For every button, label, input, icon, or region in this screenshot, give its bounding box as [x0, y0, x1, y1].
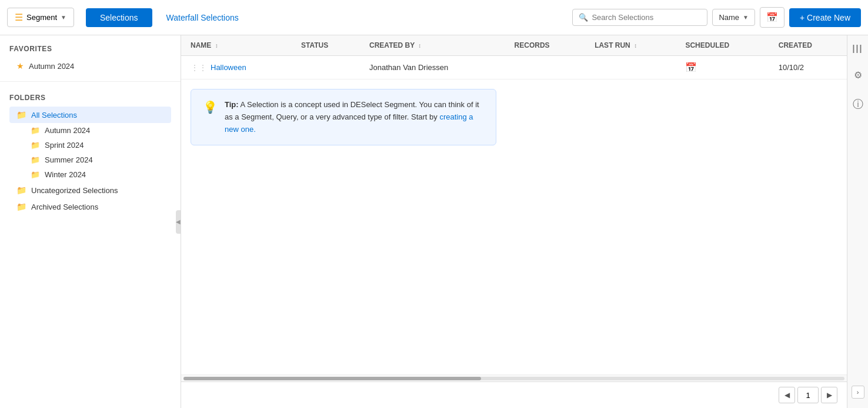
filter-chevron-icon: ▼	[743, 14, 749, 21]
sidebar-item-all-selections[interactable]: 📁 All Selections	[9, 107, 171, 123]
folder-icon-sprint: 📁	[31, 141, 40, 150]
subfolder-winter-label: Winter 2024	[45, 170, 86, 179]
create-new-label: + Create New	[800, 13, 850, 22]
sidebar-item-autumn2024[interactable]: 📁 Autumn 2024	[14, 123, 171, 138]
sort-name-icon: ↕	[215, 42, 218, 49]
folder-icon-winter: 📁	[31, 170, 40, 179]
sidebar-item-summer2024[interactable]: 📁 Summer 2024	[14, 152, 171, 167]
sidebar: Favorites ★ Autumn 2024 Folders 📁 All Se…	[0, 35, 181, 408]
filter-dropdown[interactable]: Name ▼	[712, 9, 755, 26]
col-status-label: STATUS	[301, 41, 328, 49]
archived-label: Archived Selections	[31, 203, 98, 211]
sort-last-run-icon: ↕	[634, 42, 637, 49]
col-name[interactable]: NAME ↕	[181, 35, 292, 56]
selection-link-halloween[interactable]: Halloween	[211, 63, 246, 72]
sidebar-item-winter2024[interactable]: 📁 Winter 2024	[14, 167, 171, 182]
subfolder-sprint-label: Sprint 2024	[45, 141, 84, 150]
table-container: NAME ↕ STATUS CREATED BY ↕ RECORDS	[181, 35, 847, 374]
sidebar-item-archived[interactable]: 📁 Archived Selections	[9, 198, 171, 215]
favorites-title: Favorites	[9, 45, 171, 53]
gear-icon[interactable]: ⚙	[850, 66, 866, 84]
col-records-label: RECORDS	[515, 41, 550, 49]
cell-scheduled: 📅	[676, 56, 769, 79]
sidebar-favorite-label: Autumn 2024	[29, 62, 74, 71]
collapse-icon: ›	[857, 389, 859, 396]
tab-selections[interactable]: Selections	[86, 8, 152, 27]
col-created: CREATED	[769, 35, 847, 56]
pagination-bar: ◀ ▶	[181, 382, 847, 408]
create-new-button[interactable]: + Create New	[789, 8, 861, 27]
horizontal-scrollbar[interactable]	[181, 374, 847, 382]
search-icon: 🔍	[579, 13, 588, 22]
chevron-down-icon: ▼	[61, 14, 66, 21]
cell-created-date: 10/10/2	[769, 56, 847, 79]
star-icon: ★	[16, 61, 24, 71]
right-panel: ||| ⚙ ⓘ ›	[847, 35, 868, 408]
created-by-value: Jonathan Van Driessen	[369, 63, 448, 72]
calendar-icon: 📅	[766, 12, 778, 22]
all-selections-label: All Selections	[31, 111, 77, 120]
right-panel-collapse-button[interactable]: ›	[852, 386, 864, 399]
folder-icon-summer: 📁	[31, 155, 40, 164]
nav-tabs: Selections Waterfall Selections	[86, 8, 253, 27]
subfolder-autumn-label: Autumn 2024	[45, 126, 90, 135]
tip-bold-label: Tip:	[225, 100, 239, 109]
sort-created-by-icon: ↕	[418, 42, 421, 49]
table-header: NAME ↕ STATUS CREATED BY ↕ RECORDS	[181, 35, 847, 56]
sidebar-item-uncategorized[interactable]: 📁 Uncategorized Selections	[9, 182, 171, 198]
cell-last-run	[585, 56, 676, 79]
created-date-value: 10/10/2	[779, 63, 804, 72]
columns-icon[interactable]: |||	[849, 40, 867, 57]
folders-title: Folders	[9, 94, 171, 102]
info-icon[interactable]: ⓘ	[849, 94, 867, 115]
tip-box: 💡 Tip: A Selection is a concept used in …	[191, 89, 496, 145]
col-scheduled-label: SCHEDULED	[685, 41, 729, 49]
cell-created-by: Jonathan Van Driessen	[360, 56, 505, 79]
folder-icon-archived: 📁	[16, 202, 26, 211]
cell-records	[505, 56, 586, 79]
sidebar-item-sprint2024[interactable]: 📁 Sprint 2024	[14, 138, 171, 152]
col-records: RECORDS	[505, 35, 586, 56]
search-container: 🔍 Name ▼ 📅 + Create New	[572, 7, 861, 28]
drag-handle-icon[interactable]: ⋮⋮	[191, 63, 207, 72]
page-number-input[interactable]	[797, 387, 819, 403]
segment-dropdown[interactable]: ☰ Segment ▼	[7, 8, 74, 27]
uncategorized-label: Uncategorized Selections	[31, 186, 118, 195]
search-input[interactable]	[592, 13, 701, 22]
cell-status	[292, 56, 360, 79]
subfolder-summer-label: Summer 2024	[45, 155, 93, 164]
col-status: STATUS	[292, 35, 360, 56]
favorites-section: Favorites ★ Autumn 2024	[0, 35, 181, 79]
segment-label: Segment	[26, 13, 57, 22]
next-page-button[interactable]: ▶	[821, 387, 837, 403]
tip-text: Tip: A Selection is a concept used in DE…	[225, 99, 484, 135]
main-content: NAME ↕ STATUS CREATED BY ↕ RECORDS	[181, 35, 847, 408]
col-last-run-label: LAST RUN	[595, 41, 630, 49]
search-box: 🔍	[572, 9, 707, 26]
col-scheduled: SCHEDULED	[676, 35, 769, 56]
col-created-by-label: CREATED BY	[369, 41, 415, 49]
cell-name: ⋮⋮ Halloween	[181, 56, 292, 79]
folder-icon-uncategorized: 📁	[16, 185, 26, 195]
sidebar-collapse-handle[interactable]: ◀	[176, 210, 181, 234]
calendar-button[interactable]: 📅	[760, 7, 784, 28]
hamburger-icon: ☰	[15, 12, 23, 23]
col-created-by[interactable]: CREATED BY ↕	[360, 35, 505, 56]
folders-section: Folders 📁 All Selections 📁 Autumn 2024 📁…	[0, 84, 181, 220]
top-nav: ☰ Segment ▼ Selections Waterfall Selecti…	[0, 0, 868, 35]
prev-icon: ◀	[784, 391, 790, 399]
tip-icon: 💡	[203, 100, 218, 114]
col-last-run[interactable]: LAST RUN ↕	[585, 35, 676, 56]
sidebar-item-autumn2024-favorite[interactable]: ★ Autumn 2024	[9, 58, 171, 74]
scheduled-calendar-icon: 📅	[685, 62, 697, 72]
table-body: ⋮⋮ Halloween Jonathan Van Driessen	[181, 56, 847, 79]
col-name-label: NAME	[191, 41, 211, 49]
main-layout: Favorites ★ Autumn 2024 Folders 📁 All Se…	[0, 35, 868, 408]
prev-page-button[interactable]: ◀	[779, 387, 795, 403]
selections-table: NAME ↕ STATUS CREATED BY ↕ RECORDS	[181, 35, 847, 79]
folder-icon-autumn: 📁	[31, 126, 40, 135]
scrollbar-track	[183, 377, 844, 380]
next-icon: ▶	[827, 391, 832, 399]
tab-waterfall-selections[interactable]: Waterfall Selections	[152, 8, 253, 27]
sidebar-divider-1	[0, 81, 181, 82]
